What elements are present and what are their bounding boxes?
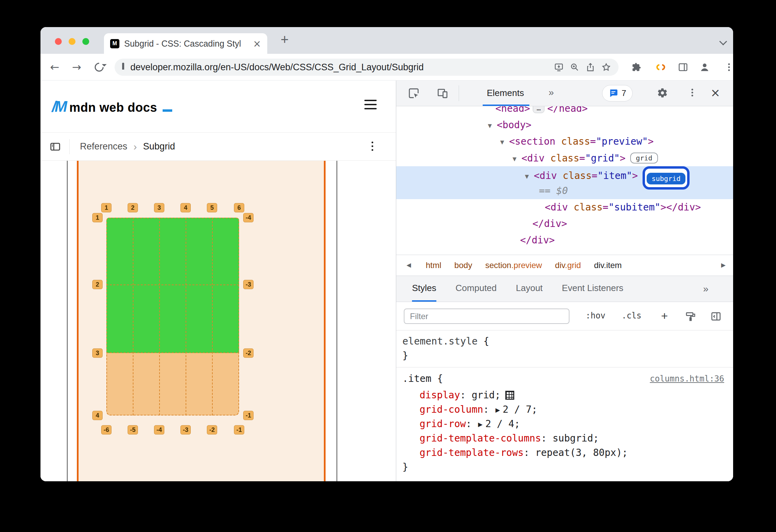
computed-sidebar-toggle-icon[interactable] [710,311,721,322]
device-toolbar-icon[interactable] [437,87,448,99]
dom-crumb-section.preview[interactable]: section.preview [485,261,542,270]
mdn-logo[interactable]: /M mdn web docs [52,98,172,115]
grid-row-line [106,285,239,285]
breadcrumb-current: Subgrid [143,141,175,152]
tab-strip: M Subgrid - CSS: Cascading Styl × + [40,27,733,54]
devtools-close-icon[interactable]: × [710,81,720,106]
css-property-grid-row[interactable]: grid-row: ▶2 / 4; [396,417,733,431]
dom-crumb-div.grid[interactable]: div.grid [555,261,581,270]
tab-elements[interactable]: Elements [487,81,524,106]
hamburger-menu-icon[interactable] [364,100,377,112]
grid-editor-icon[interactable] [505,391,514,400]
back-button[interactable]: ← [50,54,59,81]
dom-token: <section [509,136,561,147]
dom-token: <div [545,202,574,213]
browser-tab[interactable]: M Subgrid - CSS: Cascading Styl × [104,33,267,54]
dom-tree-line[interactable]: </div> [396,232,733,249]
crumbs-scroll-left-icon[interactable]: ◀ [407,255,411,276]
extensions-puzzle-icon[interactable] [631,54,642,81]
new-style-rule-button[interactable]: + [661,302,668,330]
more-style-tabs-chevron[interactable]: » [703,276,733,302]
tab-event-listeners[interactable]: Event Listeners [562,276,623,302]
row-line-label-left: 4 [92,411,103,420]
install-icon[interactable] [554,62,564,72]
dom-tree-line[interactable]: <head>…</head> [396,106,733,117]
grid-column-line [133,218,133,415]
element-style-rule[interactable]: element.style { [396,334,733,349]
close-window-button[interactable] [55,38,62,45]
zoom-icon[interactable] [570,62,579,72]
maximize-window-button[interactable] [82,38,89,45]
minimize-window-button[interactable] [69,38,75,45]
dom-crumb-html[interactable]: html [426,261,441,270]
dom-token: </div> [520,234,555,246]
settings-gear-icon[interactable] [657,87,668,98]
bookmark-star-icon[interactable] [601,62,611,72]
lock-icon[interactable] [122,64,124,70]
toggle-hov-button[interactable]: :hov [586,302,605,330]
dom-token: ▼ [500,134,509,150]
css-property-grid-column[interactable]: grid-column: ▶2 / 7; [396,402,733,417]
dom-tree-line[interactable]: ▼<body> [396,117,733,133]
column-line-label-bottom: -5 [128,425,138,435]
colab-extension-icon[interactable] [655,54,666,81]
css-property-grid-template-columns[interactable]: grid-template-columns: subgrid; [396,431,733,446]
styles-filter-input[interactable] [404,309,569,324]
item-rule-selector-line[interactable]: .item { [396,372,443,386]
subgrid-badge[interactable]: subgrid [647,173,685,184]
share-icon[interactable] [586,62,595,72]
new-tab-button[interactable]: + [281,32,289,47]
tab-styles[interactable]: Styles [412,276,436,302]
dom-tree-line[interactable]: </div> [396,216,733,232]
more-panels-chevron[interactable]: » [549,81,555,106]
dom-token: = [603,202,609,213]
console-messages-badge[interactable]: 7 [602,85,633,101]
expand-shorthand-icon[interactable]: ▶ [478,417,483,432]
crumb-class: .item [604,261,622,270]
address-bar[interactable]: developer.mozilla.org/en-US/docs/Web/CSS… [115,59,619,76]
profile-avatar[interactable] [699,54,710,81]
tab-close-icon[interactable]: × [253,38,261,49]
subgrid-green-area [106,218,239,353]
column-line-label-top: 3 [154,203,164,213]
row-line-label-right: -1 [243,411,254,420]
devtools-menu-kebab-icon[interactable] [687,87,697,98]
dom-token: "subitem" [608,202,660,213]
styles-filter-bar: :hov .cls + [396,302,733,330]
article-actions-kebab-icon[interactable] [372,142,373,153]
dom-tree-line[interactable]: ▼<div class="item">subgrid [396,166,733,183]
dom-tree-line[interactable]: ▼<div class="grid">grid [396,150,733,166]
tab-search-chevron-icon[interactable] [719,38,727,46]
crumbs-scroll-right-icon[interactable]: ▶ [721,255,726,276]
crumb-tag: div [594,261,604,270]
dom-token: == $0 [539,185,568,196]
css-property-display[interactable]: display: grid; [396,388,733,402]
expand-shorthand-icon[interactable]: ▶ [495,403,500,417]
inspect-element-icon[interactable] [408,87,420,99]
dom-crumb-div.item[interactable]: div.item [594,261,622,270]
url-text: developer.mozilla.org/en-US/docs/Web/CSS… [130,62,548,73]
column-line-label-top: 2 [128,203,138,213]
dom-crumb-body[interactable]: body [454,261,472,270]
sidebar-toggle-icon[interactable] [49,141,61,153]
dom-tree-line[interactable]: ▼<section class="preview"> [396,133,733,150]
reload-button[interactable] [95,54,104,81]
toggle-cls-button[interactable]: .cls [622,302,642,330]
side-panel-icon[interactable] [678,54,688,81]
devtools-toolbar: Elements » 7 × [396,81,733,106]
browser-menu-kebab-icon[interactable] [724,54,733,81]
rendering-emulation-icon[interactable] [685,311,696,322]
breadcrumb-references[interactable]: References [80,141,127,152]
dom-token: class [563,170,591,181]
rule-source-link[interactable]: columns.html:36 [650,374,733,384]
grid-badge[interactable]: grid [630,153,658,164]
crumb-class: .preview [511,261,542,270]
crumb-tag: div [555,261,565,270]
tab-computed[interactable]: Computed [456,276,497,302]
css-property-grid-template-rows[interactable]: grid-template-rows: repeat(3, 80px); [396,446,733,460]
tab-layout[interactable]: Layout [516,276,543,302]
dom-token: <div [521,153,550,164]
dom-tree-line[interactable]: <div class="subitem"></div> [396,199,733,216]
forward-button[interactable]: → [72,54,81,81]
css-property-list: display: grid;grid-column: ▶2 / 7;grid-r… [396,388,733,460]
